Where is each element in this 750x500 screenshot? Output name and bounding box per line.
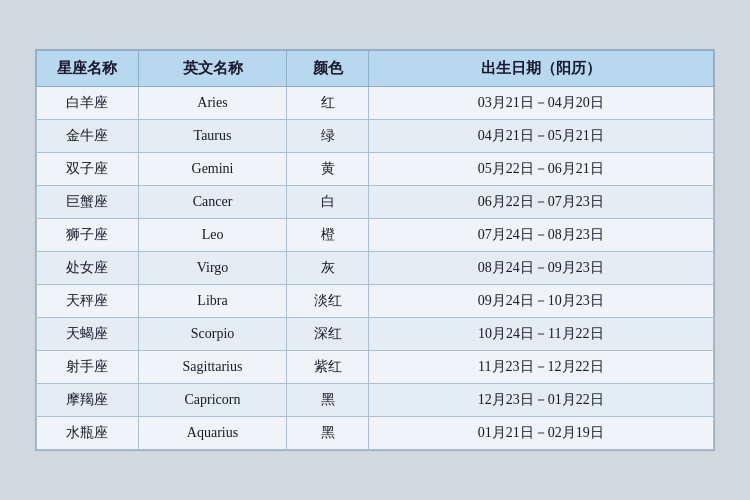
table-row: 巨蟹座Cancer白06月22日－07月23日 (37, 186, 714, 219)
cell-date: 12月23日－01月22日 (368, 384, 713, 417)
zodiac-table-container: 星座名称 英文名称 颜色 出生日期（阳历） 白羊座Aries红03月21日－04… (35, 49, 715, 451)
cell-zh: 金牛座 (37, 120, 139, 153)
table-row: 天秤座Libra淡红09月24日－10月23日 (37, 285, 714, 318)
cell-zh: 天蝎座 (37, 318, 139, 351)
cell-date: 11月23日－12月22日 (368, 351, 713, 384)
cell-color: 橙 (287, 219, 368, 252)
cell-zh: 处女座 (37, 252, 139, 285)
cell-date: 09月24日－10月23日 (368, 285, 713, 318)
cell-date: 01月21日－02月19日 (368, 417, 713, 450)
cell-en: Gemini (138, 153, 287, 186)
cell-en: Aries (138, 87, 287, 120)
cell-date: 08月24日－09月23日 (368, 252, 713, 285)
cell-zh: 射手座 (37, 351, 139, 384)
cell-en: Cancer (138, 186, 287, 219)
cell-color: 淡红 (287, 285, 368, 318)
cell-color: 红 (287, 87, 368, 120)
cell-color: 白 (287, 186, 368, 219)
cell-color: 黑 (287, 417, 368, 450)
cell-en: Libra (138, 285, 287, 318)
cell-color: 灰 (287, 252, 368, 285)
table-row: 白羊座Aries红03月21日－04月20日 (37, 87, 714, 120)
cell-date: 07月24日－08月23日 (368, 219, 713, 252)
cell-date: 04月21日－05月21日 (368, 120, 713, 153)
table-row: 射手座Sagittarius紫红11月23日－12月22日 (37, 351, 714, 384)
header-en: 英文名称 (138, 51, 287, 87)
table-row: 处女座Virgo灰08月24日－09月23日 (37, 252, 714, 285)
cell-zh: 天秤座 (37, 285, 139, 318)
cell-en: Sagittarius (138, 351, 287, 384)
cell-date: 10月24日－11月22日 (368, 318, 713, 351)
table-row: 双子座Gemini黄05月22日－06月21日 (37, 153, 714, 186)
header-date: 出生日期（阳历） (368, 51, 713, 87)
cell-zh: 白羊座 (37, 87, 139, 120)
cell-zh: 巨蟹座 (37, 186, 139, 219)
table-body: 白羊座Aries红03月21日－04月20日金牛座Taurus绿04月21日－0… (37, 87, 714, 450)
cell-color: 黄 (287, 153, 368, 186)
table-row: 金牛座Taurus绿04月21日－05月21日 (37, 120, 714, 153)
cell-color: 绿 (287, 120, 368, 153)
cell-date: 05月22日－06月21日 (368, 153, 713, 186)
header-color: 颜色 (287, 51, 368, 87)
cell-en: Scorpio (138, 318, 287, 351)
cell-zh: 摩羯座 (37, 384, 139, 417)
cell-zh: 狮子座 (37, 219, 139, 252)
cell-date: 03月21日－04月20日 (368, 87, 713, 120)
cell-color: 黑 (287, 384, 368, 417)
header-zh: 星座名称 (37, 51, 139, 87)
cell-en: Aquarius (138, 417, 287, 450)
table-row: 狮子座Leo橙07月24日－08月23日 (37, 219, 714, 252)
cell-zh: 双子座 (37, 153, 139, 186)
cell-color: 紫红 (287, 351, 368, 384)
cell-en: Capricorn (138, 384, 287, 417)
table-row: 水瓶座Aquarius黑01月21日－02月19日 (37, 417, 714, 450)
cell-color: 深红 (287, 318, 368, 351)
cell-en: Leo (138, 219, 287, 252)
cell-en: Taurus (138, 120, 287, 153)
table-row: 天蝎座Scorpio深红10月24日－11月22日 (37, 318, 714, 351)
table-header-row: 星座名称 英文名称 颜色 出生日期（阳历） (37, 51, 714, 87)
cell-en: Virgo (138, 252, 287, 285)
zodiac-table: 星座名称 英文名称 颜色 出生日期（阳历） 白羊座Aries红03月21日－04… (36, 50, 714, 450)
cell-date: 06月22日－07月23日 (368, 186, 713, 219)
cell-zh: 水瓶座 (37, 417, 139, 450)
table-row: 摩羯座Capricorn黑12月23日－01月22日 (37, 384, 714, 417)
